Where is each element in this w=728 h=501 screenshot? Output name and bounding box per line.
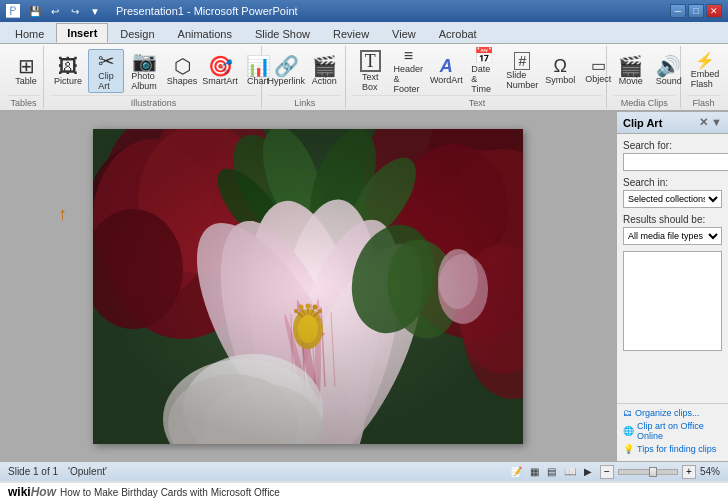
clipart-close-btn[interactable]: ✕ ▼: [699, 116, 722, 129]
tab-home[interactable]: Home: [4, 24, 55, 43]
organize-icon: 🗂: [623, 408, 632, 418]
clipart-label: ClipArt: [98, 71, 114, 91]
header-label: Header& Footer: [394, 64, 424, 94]
clipart-panel: Clip Art ✕ ▼ Search for: Go Search in: S…: [616, 112, 728, 461]
maximize-button[interactable]: □: [688, 4, 704, 18]
insert-movie-button[interactable]: 🎬 Movie: [613, 49, 649, 93]
organize-clips-link[interactable]: 🗂 Organize clips...: [623, 408, 722, 418]
flash-label: EmbedFlash: [691, 69, 720, 89]
tab-review[interactable]: Review: [322, 24, 380, 43]
search-in-label: Search in:: [623, 177, 722, 188]
search-row: Go: [623, 153, 722, 171]
movie-label: Movie: [619, 76, 643, 86]
search-in-select[interactable]: Selected collections: [623, 190, 722, 208]
sound-label: Sound: [656, 76, 682, 86]
insert-slidenumber-button[interactable]: # SlideNumber: [504, 49, 540, 93]
tab-acrobat[interactable]: Acrobat: [428, 24, 488, 43]
flash-group-label: Flash: [687, 95, 720, 108]
tab-insert[interactable]: Insert: [56, 23, 108, 43]
table-icon: ⊞: [18, 56, 35, 76]
ribbon-group-links: 🔗 Hyperlink 🎬 Action Links: [264, 46, 346, 108]
insert-action-button[interactable]: 🎬 Action: [306, 49, 342, 93]
office-online-link[interactable]: 🌐 Clip art on Office Online: [623, 421, 722, 441]
ribbon-group-flash: ⚡ EmbedFlash Flash: [683, 46, 724, 108]
zoom-in-button[interactable]: +: [682, 465, 696, 479]
tips-icon: 💡: [623, 444, 634, 454]
status-icon-slideshow: ▶: [584, 466, 592, 477]
action-icon: 🎬: [312, 56, 337, 76]
insert-picture-button[interactable]: 🖼 Picture: [50, 49, 86, 93]
wordart-icon: A: [440, 57, 453, 75]
insert-sound-button[interactable]: 🔊 Sound: [651, 49, 687, 93]
text-group-label: Text: [352, 95, 601, 108]
textbox-label: TextBox: [362, 72, 379, 92]
qa-save[interactable]: 💾: [26, 3, 44, 19]
status-icon-notes: 📝: [510, 466, 522, 477]
smartart-icon: 🎯: [208, 56, 233, 76]
clipart-search-input[interactable]: [623, 153, 728, 171]
search-for-label: Search for:: [623, 140, 722, 151]
insert-textbox-button[interactable]: T TextBox: [352, 49, 388, 93]
theme-info: 'Opulent': [68, 466, 107, 477]
slidenumber-icon: #: [514, 52, 530, 70]
ribbon-group-tables: ⊞ Table Tables: [4, 46, 44, 108]
qa-more[interactable]: ▼: [86, 3, 104, 19]
date-icon: 📅: [474, 48, 494, 64]
zoom-slider[interactable]: [618, 469, 678, 475]
slide-info: Slide 1 of 1: [8, 466, 58, 477]
minimize-button[interactable]: ─: [670, 4, 686, 18]
ribbon-tabs: Home Insert Design Animations Slide Show…: [0, 22, 728, 44]
wordart-label: WordArt: [430, 75, 463, 85]
tips-link[interactable]: 💡 Tips for finding clips: [623, 444, 722, 454]
slide-image: [93, 129, 523, 444]
date-label: Date& Time: [471, 64, 497, 94]
insert-photoalbum-button[interactable]: 📷 PhotoAlbum: [126, 49, 162, 93]
tab-animations[interactable]: Animations: [167, 24, 243, 43]
insert-smartart-button[interactable]: 🎯 SmartArt: [202, 49, 238, 93]
insert-hyperlink-button[interactable]: 🔗 Hyperlink: [268, 49, 304, 93]
clipart-body: Search for: Go Search in: Selected colle…: [617, 134, 728, 403]
close-button[interactable]: ✕: [706, 4, 722, 18]
action-label: Action: [312, 76, 337, 86]
results-select[interactable]: All media file types: [623, 227, 722, 245]
wiki-footer-text: How to Make Birthday Cards with Microsof…: [60, 487, 280, 498]
tab-design[interactable]: Design: [109, 24, 165, 43]
window-controls: ─ □ ✕: [670, 4, 722, 18]
slide-panel: [0, 112, 616, 461]
movie-icon: 🎬: [618, 56, 643, 76]
slidenumber-label: SlideNumber: [506, 70, 538, 90]
clipart-title: Clip Art: [623, 117, 662, 129]
zoom-out-button[interactable]: −: [600, 465, 614, 479]
hyperlink-icon: 🔗: [274, 56, 299, 76]
picture-icon: 🖼: [58, 56, 78, 76]
insert-flash-button[interactable]: ⚡ EmbedFlash: [687, 49, 723, 93]
smartart-label: SmartArt: [202, 76, 238, 86]
object-icon: ▭: [591, 58, 606, 74]
insert-clipart-button[interactable]: ✂ ClipArt: [88, 49, 124, 93]
qa-redo[interactable]: ↪: [66, 3, 84, 19]
title-bar: 🅿 💾 ↩ ↪ ▼ Presentation1 - Microsoft Powe…: [0, 0, 728, 22]
tab-slideshow[interactable]: Slide Show: [244, 24, 321, 43]
status-icon-layout: ▦: [530, 466, 539, 477]
wiki-footer: wikiHow How to Make Birthday Cards with …: [0, 481, 728, 501]
symbol-icon: Ω: [554, 57, 567, 75]
insert-date-button[interactable]: 📅 Date& Time: [466, 49, 502, 93]
insert-table-button[interactable]: ⊞ Table: [8, 49, 44, 93]
slide-content[interactable]: [93, 129, 523, 444]
insert-symbol-button[interactable]: Ω Symbol: [542, 49, 578, 93]
status-right: 📝 ▦ ▤ 📖 ▶ − + 54%: [510, 465, 720, 479]
flash-icon: ⚡: [695, 53, 715, 69]
ribbon-group-mediaclips: 🎬 Movie 🔊 Sound Media Clips: [609, 46, 681, 108]
qa-undo[interactable]: ↩: [46, 3, 64, 19]
arrow-indicator: ↑: [58, 204, 67, 225]
clipart-results: [623, 251, 722, 351]
quick-access-toolbar: 🅿 💾 ↩ ↪ ▼: [6, 3, 104, 19]
table-label: Table: [15, 76, 37, 86]
insert-header-button[interactable]: ≡ Header& Footer: [390, 49, 426, 93]
insert-shapes-button[interactable]: ⬡ Shapes: [164, 49, 200, 93]
tab-view[interactable]: View: [381, 24, 427, 43]
sound-icon: 🔊: [656, 56, 681, 76]
clipart-icon: ✂: [98, 51, 115, 71]
insert-wordart-button[interactable]: A WordArt: [428, 49, 464, 93]
clipart-header: Clip Art ✕ ▼: [617, 112, 728, 134]
